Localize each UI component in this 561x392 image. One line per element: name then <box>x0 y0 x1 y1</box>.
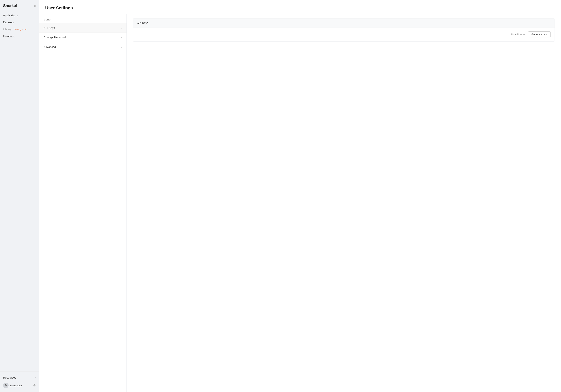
avatar: D <box>3 383 9 388</box>
sidebar-item-label: Applications <box>3 14 18 17</box>
main-body: MENU API Keys › Change Password › Advanc… <box>39 14 561 392</box>
settings-content-panel: API Keys No API keys Generate new <box>127 14 561 392</box>
menu-item-api-keys[interactable]: API Keys › <box>39 23 127 33</box>
api-keys-card-header: API Keys <box>133 19 555 27</box>
main-header: User Settings <box>39 0 561 14</box>
sidebar-item-label: Datasets <box>3 21 14 24</box>
sidebar-collapse-button[interactable]: ◁ <box>33 4 36 8</box>
sidebar-item-notebook[interactable]: Notebook <box>0 33 39 40</box>
user-info: D Dr.Bubbles <box>3 383 23 388</box>
chevron-right-icon: › <box>121 36 122 39</box>
sidebar: Snorkel ◁ Applications Datasets Library … <box>0 0 39 392</box>
sidebar-header: Snorkel ◁ <box>0 0 39 11</box>
sidebar-item-applications[interactable]: Applications <box>0 12 39 19</box>
generate-new-button[interactable]: Generate new <box>528 31 551 37</box>
menu-item-label: API Keys <box>44 26 55 29</box>
menu-item-change-password[interactable]: Change Password › <box>39 33 127 42</box>
menu-section-label: MENU <box>39 19 127 23</box>
page-title: User Settings <box>45 5 555 11</box>
chevron-right-icon: › <box>121 46 122 49</box>
menu-item-label: Advanced <box>44 45 56 49</box>
resources-item[interactable]: Resources › <box>3 374 36 381</box>
api-keys-card: API Keys No API keys Generate new <box>133 19 555 42</box>
settings-menu-panel: MENU API Keys › Change Password › Advanc… <box>39 14 127 392</box>
sidebar-nav: Applications Datasets Library Coming soo… <box>0 11 39 371</box>
sidebar-item-datasets[interactable]: Datasets <box>0 19 39 26</box>
gear-icon[interactable]: ⚙ <box>33 384 36 387</box>
menu-item-label: Change Password <box>44 36 66 39</box>
chevron-right-icon: › <box>121 26 122 29</box>
app-logo: Snorkel <box>3 3 17 8</box>
coming-soon-badge: Coming soon <box>14 28 26 31</box>
api-keys-card-body: No API keys Generate new <box>133 27 555 41</box>
sidebar-footer: Resources › D Dr.Bubbles ⚙ <box>0 371 39 392</box>
resources-label: Resources <box>3 376 16 379</box>
user-profile: D Dr.Bubbles ⚙ <box>3 381 36 390</box>
user-name: Dr.Bubbles <box>10 384 23 387</box>
sidebar-item-library: Library Coming soon <box>0 26 39 33</box>
sidebar-item-label: Notebook <box>3 35 15 38</box>
no-api-keys-text: No API keys <box>511 33 525 36</box>
chevron-right-icon: › <box>35 376 36 379</box>
menu-item-advanced[interactable]: Advanced › <box>39 42 127 52</box>
main-content: User Settings MENU API Keys › Change Pas… <box>39 0 561 392</box>
sidebar-item-label: Library <box>3 28 11 31</box>
